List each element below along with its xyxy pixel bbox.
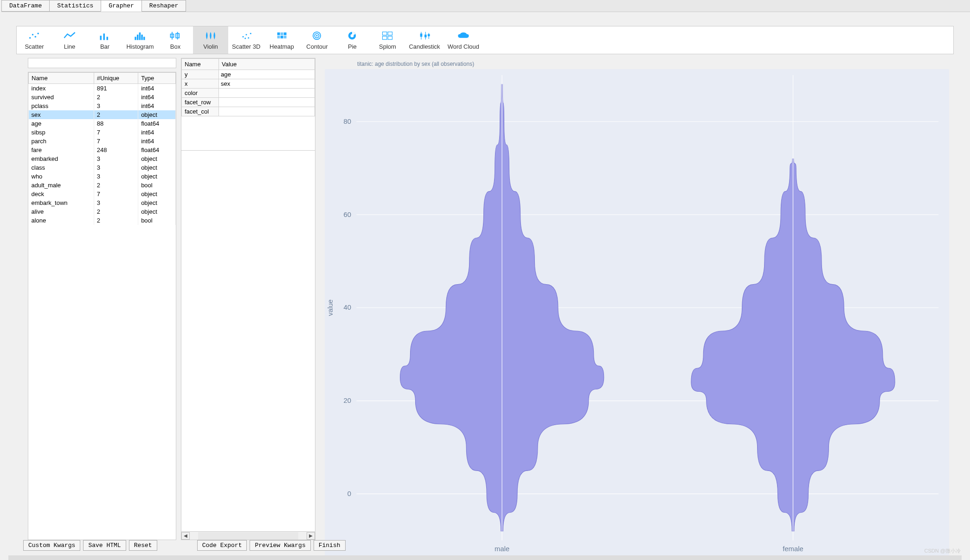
column-row-fare[interactable]: fare248float64 — [29, 146, 176, 154]
column-row-who[interactable]: who3object — [29, 172, 176, 181]
main-tab-grapher[interactable]: Grapher — [101, 0, 142, 12]
column-row-embark_town[interactable]: embark_town3object — [29, 198, 176, 207]
chart-type-toolbar: ScatterLineBarHistogramBoxViolinScatter … — [16, 26, 954, 54]
chart-type-label: Contour — [306, 43, 328, 50]
chart-type-line[interactable]: Line — [52, 26, 87, 54]
chart-type-bar[interactable]: Bar — [87, 26, 122, 54]
chart-type-label: Scatter — [25, 43, 44, 50]
column-row-alone[interactable]: alone2bool — [29, 216, 176, 225]
param-value-input-facet_col[interactable] — [219, 107, 315, 116]
contour-icon — [308, 30, 326, 41]
chart-type-histogram[interactable]: Histogram — [122, 26, 158, 54]
chart-type-scatter-3d[interactable]: Scatter 3D — [228, 26, 264, 54]
svg-point-18 — [248, 37, 249, 38]
column-row-sex[interactable]: sex2object — [29, 110, 176, 119]
splom-icon — [378, 30, 397, 41]
preview-kwargs-button[interactable]: Preview Kwargs — [250, 540, 310, 551]
column-search-input[interactable] — [28, 58, 176, 68]
svg-rect-8 — [137, 35, 139, 40]
column-cell: object — [138, 172, 176, 181]
param-header: Value — [219, 59, 315, 70]
svg-rect-9 — [139, 32, 141, 40]
custom-kwargs-button[interactable]: Custom Kwargs — [23, 540, 80, 551]
svg-rect-41 — [428, 34, 430, 37]
column-header[interactable]: #Unique — [94, 73, 138, 84]
chart-type-contour[interactable]: Contour — [299, 26, 334, 54]
column-cell: 7 — [94, 190, 138, 198]
code-export-button[interactable]: Code Export — [197, 540, 247, 551]
column-row-class[interactable]: class3object — [29, 163, 176, 172]
column-cell: object — [138, 163, 176, 172]
chart-type-splom[interactable]: Splom — [370, 26, 405, 54]
main-tab-dataframe[interactable]: DataFrame — [1, 0, 50, 12]
column-cell: 88 — [94, 119, 138, 128]
svg-rect-10 — [141, 35, 143, 40]
chart-type-heatmap[interactable]: Heatmap — [264, 26, 299, 54]
main-tab-statistics[interactable]: Statistics — [49, 0, 101, 12]
column-cell: sex — [29, 110, 94, 119]
column-cell: object — [138, 154, 176, 163]
column-row-survived[interactable]: survived2int64 — [29, 93, 176, 102]
chart-type-candlestick[interactable]: Candlestick — [405, 26, 443, 54]
svg-text:male: male — [495, 545, 509, 553]
svg-point-31 — [351, 34, 354, 38]
chart-type-label: Scatter 3D — [232, 43, 260, 50]
main-tab-reshaper[interactable]: Reshaper — [141, 0, 186, 12]
column-cell: 2 — [94, 181, 138, 190]
svg-rect-35 — [388, 36, 392, 39]
chart-type-violin[interactable]: Violin — [193, 26, 228, 54]
columns-table: Name#UniqueType index891int64survived2in… — [28, 72, 176, 540]
column-row-alive[interactable]: alive2object — [29, 207, 176, 216]
window-bottom-scrollbar[interactable] — [8, 555, 962, 560]
svg-rect-23 — [284, 32, 287, 35]
param-value-input-facet_row[interactable] — [219, 98, 315, 107]
word-cloud-icon — [454, 30, 473, 41]
param-row-facet_col: facet_col — [182, 107, 315, 116]
chart-type-label: Histogram — [126, 43, 154, 50]
column-row-sibsp[interactable]: sibsp7int64 — [29, 128, 176, 137]
column-cell: 3 — [94, 154, 138, 163]
column-cell: 3 — [94, 172, 138, 181]
reset-button[interactable]: Reset — [129, 540, 157, 551]
param-value-input-x[interactable] — [219, 79, 315, 88]
chart-type-pie[interactable]: Pie — [334, 26, 370, 54]
chart-type-label: Bar — [100, 43, 109, 50]
histogram-icon — [131, 30, 149, 41]
param-name-cell: facet_col — [182, 107, 219, 116]
save-html-button[interactable]: Save HTML — [83, 540, 126, 551]
column-cell: int64 — [138, 102, 176, 110]
finish-button[interactable]: Finish — [314, 540, 346, 551]
column-row-age[interactable]: age88float64 — [29, 119, 176, 128]
column-cell: object — [138, 190, 176, 198]
chart-type-box[interactable]: Box — [158, 26, 193, 54]
column-cell: object — [138, 198, 176, 207]
chart-type-label: Box — [170, 43, 180, 50]
chart-type-scatter[interactable]: Scatter — [17, 26, 52, 54]
param-name-cell: y — [182, 70, 219, 79]
param-value-input-y[interactable] — [219, 70, 315, 79]
svg-rect-39 — [424, 35, 427, 38]
column-row-parch[interactable]: parch7int64 — [29, 137, 176, 146]
column-row-pclass[interactable]: pclass3int64 — [29, 102, 176, 110]
column-cell: 7 — [94, 128, 138, 137]
chart-type-label: Splom — [379, 43, 396, 50]
column-row-embarked[interactable]: embarked3object — [29, 154, 176, 163]
column-row-deck[interactable]: deck7object — [29, 190, 176, 198]
pie-icon — [343, 30, 361, 41]
chart-plot-area[interactable]: 020406080valuemalefemalesex — [325, 69, 949, 560]
column-cell: 3 — [94, 198, 138, 207]
param-value-input-color[interactable] — [219, 89, 315, 97]
param-row-color: color — [182, 89, 315, 98]
chart-type-label: Word Cloud — [448, 43, 479, 50]
column-header[interactable]: Type — [138, 73, 176, 84]
column-row-index[interactable]: index891int64 — [29, 84, 176, 93]
column-cell: object — [138, 110, 176, 119]
column-header[interactable]: Name — [29, 73, 94, 84]
svg-text:80: 80 — [344, 118, 351, 125]
violin-icon — [201, 30, 220, 41]
columns-panel: Name#UniqueType index891int64survived2in… — [28, 58, 176, 540]
column-cell: alone — [29, 216, 94, 225]
svg-text:value: value — [327, 299, 334, 316]
chart-type-word-cloud[interactable]: Word Cloud — [444, 26, 483, 54]
column-row-adult_male[interactable]: adult_male2bool — [29, 181, 176, 190]
